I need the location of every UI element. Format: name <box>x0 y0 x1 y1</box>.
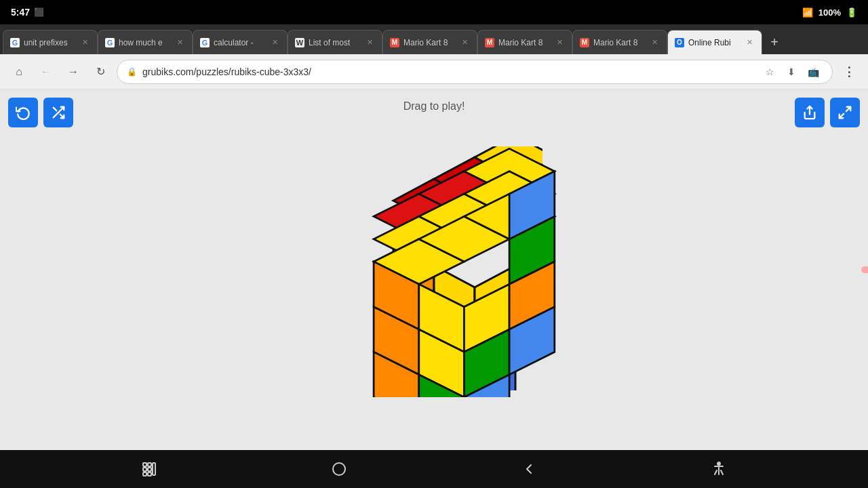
back-button-nav[interactable] <box>515 455 542 483</box>
tab-unit-prefixes[interactable]: G unit prefixes ✕ <box>3 30 98 54</box>
address-bar: ⌂ ← → ↻ 🔒 grubiks.com/puzzles/rubiks-cub… <box>0 54 868 89</box>
svg-rect-53 <box>148 468 151 471</box>
recent-apps-button[interactable] <box>136 455 163 483</box>
page-toolbar-right <box>795 98 860 127</box>
tab-favicon-list-of-most: W <box>295 38 304 47</box>
wifi-icon: 📶 <box>802 7 813 18</box>
reset-button[interactable] <box>8 98 38 127</box>
download-button[interactable]: ⬇ <box>782 62 801 81</box>
tab-mario-kart-1[interactable]: M Mario Kart 8 ✕ <box>382 30 477 54</box>
status-icons: 📶 100% 🔋 <box>802 7 857 18</box>
tab-how-much-e[interactable]: G how much e ✕ <box>98 30 193 54</box>
time-display: 5:47 <box>11 7 30 18</box>
edge-dot-indicator <box>861 266 868 273</box>
tab-favicon-mario-kart-2: M <box>485 38 494 47</box>
tab-favicon-mario-kart-1: M <box>390 38 399 47</box>
tab-label-mario-kart-3: Mario Kart 8 <box>593 38 645 47</box>
fullscreen-button[interactable] <box>830 98 860 127</box>
svg-rect-52 <box>143 468 146 471</box>
svg-point-57 <box>717 462 720 465</box>
svg-rect-54 <box>143 472 146 476</box>
url-actions: ☆ ⬇ 📺 <box>760 62 823 81</box>
url-text: grubiks.com/puzzles/rubiks-cube-3x3x3/ <box>142 66 755 77</box>
tab-close-how-much-e[interactable]: ✕ <box>174 37 185 48</box>
tab-list-of-most[interactable]: W List of most ✕ <box>288 30 382 54</box>
svg-rect-50 <box>148 463 151 466</box>
home-button[interactable]: ⌂ <box>8 61 30 83</box>
tab-close-list-of-most[interactable]: ✕ <box>364 37 375 48</box>
star-button[interactable]: ☆ <box>760 62 779 81</box>
tab-label-mario-kart-2: Mario Kart 8 <box>498 38 550 47</box>
page-toolbar-left <box>8 98 73 127</box>
tab-favicon-unit-prefixes: G <box>10 38 20 47</box>
more-options-button[interactable]: ⋮ <box>838 61 860 83</box>
android-navigation-bar <box>0 450 868 488</box>
tab-favicon-calculator: G <box>200 38 210 47</box>
tab-close-online-rubiks[interactable]: ✕ <box>744 37 755 48</box>
tab-favicon-online-rubiks: O <box>675 38 684 47</box>
drag-hint: Drag to play! <box>403 100 465 113</box>
tab-close-unit-prefixes[interactable]: ✕ <box>79 37 90 48</box>
accessibility-button[interactable] <box>705 455 732 483</box>
url-bar[interactable]: 🔒 grubiks.com/puzzles/rubiks-cube-3x3x3/… <box>117 60 833 84</box>
status-bar: 5:47 ⬛ 📶 100% 🔋 <box>0 0 868 24</box>
status-time: 5:47 ⬛ <box>11 7 44 18</box>
tab-close-mario-kart-3[interactable]: ✕ <box>649 37 660 48</box>
svg-point-56 <box>333 463 345 475</box>
reload-button[interactable]: ↻ <box>90 61 111 83</box>
recording-icon: ⬛ <box>34 7 44 17</box>
tab-label-list-of-most: List of most <box>309 38 360 47</box>
svg-line-2 <box>54 108 57 111</box>
tab-label-online-rubiks: Online Rubi <box>688 38 740 47</box>
tab-label-mario-kart-1: Mario Kart 8 <box>403 38 455 47</box>
tab-bar: G unit prefixes ✕ G how much e ✕ G calcu… <box>0 24 868 54</box>
tab-calculator[interactable]: G calculator - ✕ <box>193 30 288 54</box>
forward-button[interactable]: → <box>62 61 84 83</box>
lock-icon: 🔒 <box>127 67 137 77</box>
battery-display: 100% <box>818 7 841 18</box>
tab-label-unit-prefixes: unit prefixes <box>24 38 75 47</box>
tab-close-mario-kart-1[interactable]: ✕ <box>459 37 470 48</box>
tab-close-mario-kart-2[interactable]: ✕ <box>554 37 565 48</box>
tab-label-how-much-e: how much e <box>119 38 170 47</box>
tab-label-calculator: calculator - <box>214 38 265 47</box>
scramble-button[interactable] <box>43 98 73 127</box>
battery-icon: 🔋 <box>846 7 857 18</box>
tab-mario-kart-2[interactable]: M Mario Kart 8 ✕ <box>477 30 572 54</box>
tab-close-calculator[interactable]: ✕ <box>269 37 280 48</box>
home-button-nav[interactable] <box>326 455 353 483</box>
rubiks-cube[interactable] <box>326 146 542 393</box>
svg-rect-49 <box>143 463 146 466</box>
back-button[interactable]: ← <box>35 61 57 83</box>
svg-rect-51 <box>153 463 155 475</box>
cast-button[interactable]: 📺 <box>804 62 823 81</box>
new-tab-button[interactable]: + <box>762 30 787 54</box>
tab-mario-kart-3[interactable]: M Mario Kart 8 ✕ <box>572 30 667 54</box>
tab-favicon-mario-kart-3: M <box>580 38 589 47</box>
tab-online-rubiks[interactable]: O Online Rubi ✕ <box>667 30 762 54</box>
page-content[interactable]: Drag to play! <box>0 89 868 450</box>
svg-rect-55 <box>148 472 151 476</box>
share-button[interactable] <box>795 98 825 127</box>
tab-favicon-how-much-e: G <box>105 38 115 47</box>
